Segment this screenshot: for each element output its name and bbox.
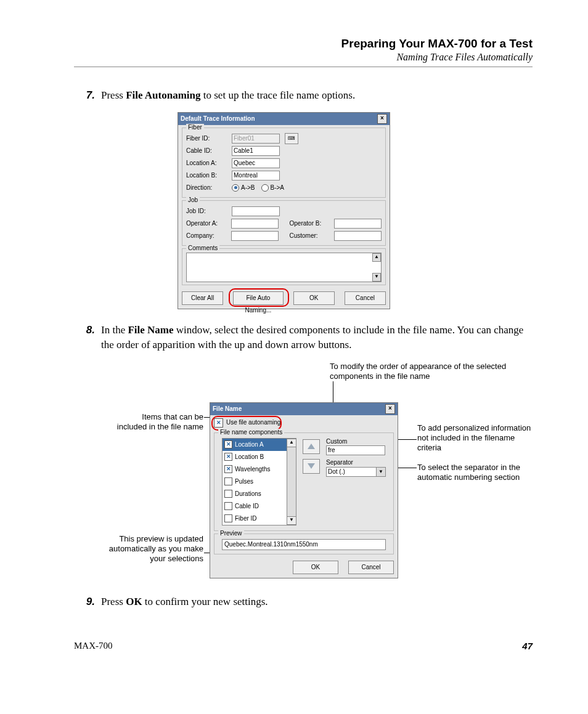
- step-text: Press OK to confirm your new settings.: [101, 594, 533, 610]
- dialog-title: Default Trace Information: [181, 115, 255, 122]
- comments-field[interactable]: ▲ ▼: [186, 253, 382, 282]
- list-item-label: Location B: [235, 453, 264, 461]
- checkbox-icon[interactable]: [224, 514, 232, 522]
- annotation-right-1: To add personalized information not incl…: [417, 423, 534, 453]
- list-item-label: Wavelengths: [235, 466, 270, 474]
- scroll-up-icon[interactable]: ▲: [372, 253, 381, 262]
- annotation-left-2: This preview is updated automatically as…: [105, 534, 203, 564]
- chevron-up-icon: [308, 444, 315, 449]
- dialog-titlebar: Default Trace Information ×: [178, 113, 390, 125]
- components-group: File name components Location ALocation …: [214, 432, 394, 531]
- list-item[interactable]: Durations: [223, 488, 296, 500]
- job-group: Job Job ID: Operator A: Operator B: Comp…: [182, 200, 386, 246]
- job-id-field[interactable]: [232, 206, 280, 216]
- scroll-up-icon[interactable]: ▲: [287, 439, 296, 447]
- ok-button[interactable]: OK: [293, 291, 335, 305]
- checkbox-icon[interactable]: [224, 477, 232, 485]
- list-item[interactable]: Location A: [223, 439, 296, 451]
- footer-model: MAX-700: [74, 641, 113, 651]
- location-b-field[interactable]: Montreal: [232, 171, 280, 181]
- file-name-dialog: File Name × Use file autonaming File nam…: [210, 402, 398, 578]
- use-autonaming-checkbox[interactable]: [214, 418, 223, 428]
- direction-ba-radio[interactable]: B->A: [261, 184, 285, 192]
- annotation-top: To modify the order of appearance of the…: [330, 362, 527, 382]
- radio-icon: [261, 184, 269, 192]
- annotated-figure: To modify the order of appearance of the…: [74, 362, 533, 590]
- dialog-button-row: Clear All File Auto Naming... OK Cancel: [178, 288, 390, 309]
- chapter-title: Preparing Your MAX-700 for a Test: [74, 37, 533, 51]
- fiber-group: Fiber Fiber ID:Fiber01⌨ Cable ID:Cable1 …: [182, 128, 386, 198]
- chevron-down-icon: ▼: [377, 467, 386, 477]
- cable-id-field[interactable]: Cable1: [232, 146, 280, 156]
- fiber-id-field[interactable]: Fiber01: [232, 134, 280, 144]
- page-header: Preparing Your MAX-700 for a Test Naming…: [74, 37, 533, 67]
- list-item-label: Cable ID: [235, 503, 259, 511]
- company-field[interactable]: [231, 231, 279, 241]
- list-item-label: Fiber ID: [235, 515, 257, 523]
- operator-b-field[interactable]: [334, 219, 382, 229]
- step-text: Press File Autonaming to set up the trac…: [101, 88, 533, 103]
- custom-field[interactable]: fre: [326, 445, 385, 455]
- step-text: In the File Name window, select the desi…: [101, 323, 533, 353]
- default-trace-info-dialog: Default Trace Information × Fiber Fiber …: [178, 112, 390, 309]
- cancel-button[interactable]: Cancel: [345, 291, 386, 305]
- step-7: 7. Press File Autonaming to set up the t…: [74, 88, 533, 103]
- step-8: 8. In the File Name window, select the d…: [74, 323, 533, 353]
- dialog-title: File Name: [213, 405, 242, 413]
- scroll-down-icon[interactable]: ▼: [372, 273, 381, 282]
- scroll-down-icon[interactable]: ▼: [287, 516, 296, 525]
- step-number: 7.: [74, 88, 101, 103]
- chevron-down-icon: [308, 463, 315, 469]
- checkbox-icon[interactable]: [224, 490, 232, 498]
- customer-field[interactable]: [334, 231, 382, 241]
- clear-all-button[interactable]: Clear All: [182, 291, 223, 305]
- close-icon[interactable]: ×: [385, 404, 395, 414]
- close-icon[interactable]: ×: [377, 114, 387, 124]
- list-item[interactable]: Fiber ID: [223, 513, 296, 525]
- move-up-button[interactable]: [303, 439, 320, 454]
- list-item[interactable]: Wavelengths: [223, 463, 296, 476]
- list-item-label: Location A: [235, 441, 264, 449]
- operator-a-field[interactable]: [231, 219, 279, 229]
- ok-button[interactable]: OK: [293, 561, 338, 574]
- comments-group: Comments ▲ ▼: [182, 248, 386, 285]
- dialog-titlebar: File Name ×: [210, 403, 398, 415]
- preview-value: Quebec.Montreal.1310nm1550nm: [222, 539, 386, 550]
- components-listbox[interactable]: Location ALocation BWavelengthsPulsesDur…: [222, 438, 296, 525]
- scrollbar[interactable]: ▲ ▼: [287, 439, 296, 525]
- preview-group: Preview Quebec.Montreal.1310nm1550nm: [214, 533, 394, 554]
- section-subtitle: Naming Trace Files Automatically: [74, 52, 533, 63]
- list-item-label: Pulses: [235, 478, 253, 486]
- direction-ab-radio[interactable]: A->B: [232, 184, 255, 192]
- checkbox-icon[interactable]: [224, 465, 232, 473]
- cancel-button[interactable]: Cancel: [348, 561, 394, 574]
- location-a-field[interactable]: Quebec: [232, 158, 280, 168]
- dialog-button-row: OK Cancel: [210, 557, 398, 578]
- keypad-icon[interactable]: ⌨: [285, 133, 298, 144]
- file-auto-naming-button[interactable]: File Auto Naming...: [233, 291, 284, 305]
- step-9: 9. Press OK to confirm your new settings…: [74, 594, 533, 610]
- list-item-label: Durations: [235, 490, 261, 498]
- list-item[interactable]: Pulses: [223, 476, 296, 488]
- checkbox-icon[interactable]: [224, 453, 232, 461]
- page-footer: MAX-700 47: [74, 641, 533, 651]
- radio-selected-icon: [232, 184, 239, 192]
- separator-select[interactable]: Dot (.) ▼: [326, 467, 386, 477]
- checkbox-icon[interactable]: [224, 502, 232, 510]
- step-number: 8.: [74, 323, 101, 353]
- annotation-right-2: To select the separator in the automatic…: [417, 463, 534, 483]
- checkbox-icon[interactable]: [224, 440, 232, 448]
- list-item[interactable]: Cable ID: [223, 500, 296, 513]
- list-item[interactable]: Location B: [223, 451, 296, 463]
- annotation-left-1: Items that can be included in the file n…: [111, 412, 203, 432]
- move-down-button[interactable]: [303, 459, 320, 474]
- step-number: 9.: [74, 594, 101, 610]
- page-number: 47: [522, 641, 533, 651]
